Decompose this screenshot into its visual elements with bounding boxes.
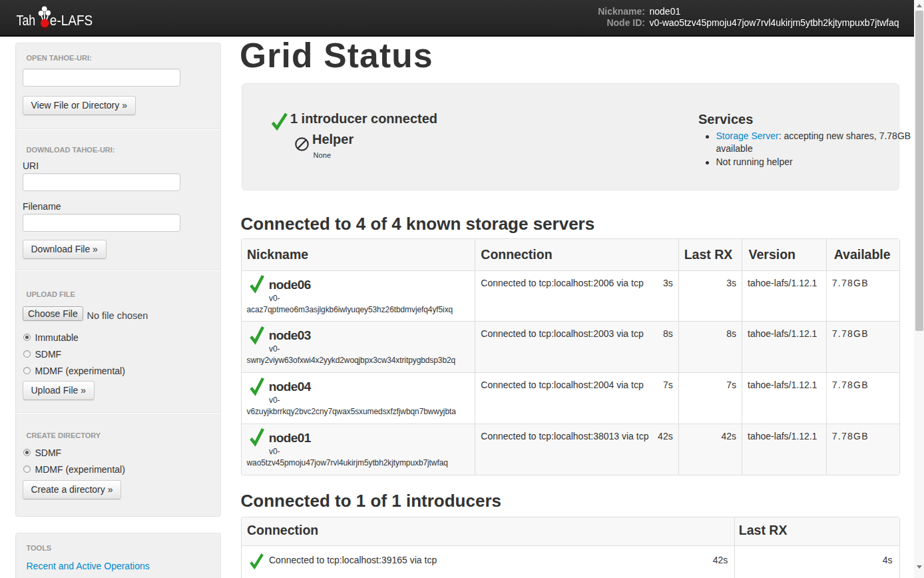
svg-text:e-LAFS: e-LAFS — [50, 13, 93, 29]
svg-text:Tah: Tah — [17, 13, 36, 29]
